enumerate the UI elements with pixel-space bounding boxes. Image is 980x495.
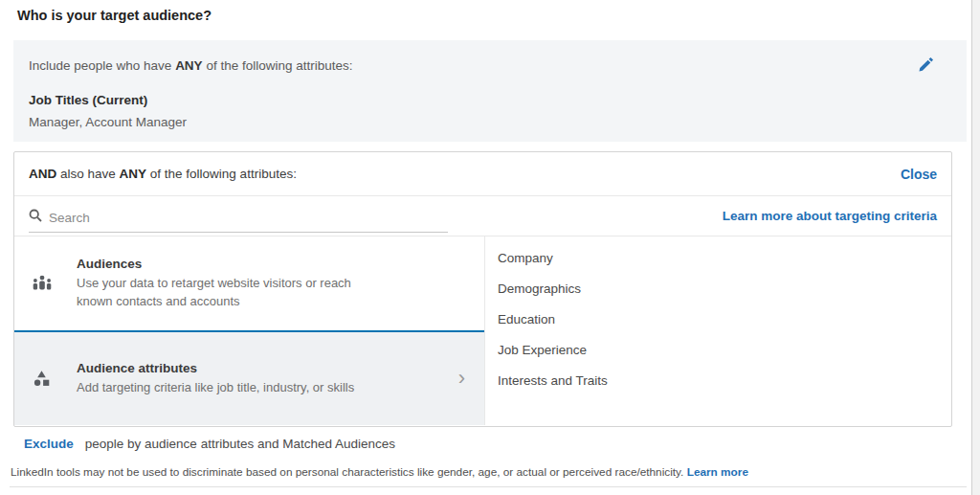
option-audience-attributes-text: Audience attributes Add targeting criter… (77, 361, 354, 396)
option-audiences[interactable]: Audiences Use your data to retarget webs… (14, 236, 484, 330)
discrimination-notice-text: LinkedIn tools may not be used to discri… (11, 465, 683, 479)
people-group-icon (32, 275, 53, 292)
include-summary-panel: Include people who have ANY of the follo… (13, 40, 967, 142)
attribute-group-values: Manager, Account Manager (29, 115, 951, 129)
attribute-group-label: Job Titles (Current) (29, 93, 951, 107)
include-intro-any: ANY (175, 58, 203, 73)
category-demographics[interactable]: Demographics (498, 274, 951, 304)
exclude-button[interactable]: Exclude (24, 437, 74, 451)
exclude-row: Exclude people by audience attributes an… (24, 437, 395, 451)
option-audiences-title: Audiences (77, 257, 356, 271)
category-education[interactable]: Education (498, 304, 951, 335)
page-title: Who is your target audience? (17, 8, 212, 23)
edit-audience-button[interactable] (915, 56, 936, 77)
attribute-category-list: Company Demographics Education Job Exper… (485, 236, 951, 425)
exclude-description: people by audience attributes and Matche… (85, 437, 395, 451)
and-header-bold-and: AND (29, 167, 56, 181)
page-right-gutter (971, 0, 980, 495)
and-header-mid: also have (56, 167, 119, 181)
pencil-icon (918, 61, 934, 76)
search-input[interactable] (49, 211, 448, 225)
and-header-bold-any: ANY (120, 167, 147, 181)
and-panel-header: AND also have ANY of the following attri… (14, 152, 951, 196)
and-header-text: AND also have ANY of the following attri… (29, 167, 297, 181)
category-company[interactable]: Company (498, 243, 951, 274)
option-audiences-description: Use your data to retarget website visito… (77, 274, 356, 310)
search-icon (29, 209, 49, 226)
close-button[interactable]: Close (901, 167, 937, 182)
option-audience-attributes-title: Audience attributes (77, 361, 354, 375)
targeting-left-column: Audiences Use your data to retarget webs… (14, 236, 485, 425)
search-field[interactable] (29, 204, 448, 233)
and-header-suffix: of the following attributes: (146, 167, 297, 181)
targeting-columns: Audiences Use your data to retarget webs… (14, 236, 951, 425)
option-audiences-text: Audiences Use your data to retarget webs… (77, 257, 356, 310)
option-audience-attributes-description: Add targeting criteria like job title, i… (77, 378, 354, 396)
and-attributes-panel: AND also have ANY of the following attri… (13, 151, 952, 427)
category-job-experience[interactable]: Job Experience (498, 335, 951, 366)
targeting-page: Who is your target audience? Include peo… (0, 0, 980, 495)
include-intro-prefix: Include people who have (29, 58, 175, 73)
include-intro-suffix: of the following attributes: (203, 58, 353, 73)
bottom-divider (10, 486, 967, 487)
learn-more-targeting-link[interactable]: Learn more about targeting criteria (723, 209, 937, 223)
search-row: Learn more about targeting criteria (14, 196, 951, 236)
footer-learn-more-link[interactable]: Learn more (687, 465, 748, 479)
option-audience-attributes[interactable]: Audience attributes Add targeting criter… (14, 330, 484, 426)
chevron-right-icon: › (458, 368, 467, 389)
include-intro-text: Include people who have ANY of the follo… (29, 58, 951, 73)
category-interests-and-traits[interactable]: Interests and Traits (498, 366, 951, 396)
discrimination-notice: LinkedIn tools may not be used to discri… (11, 465, 748, 479)
shapes-icon (32, 369, 53, 388)
